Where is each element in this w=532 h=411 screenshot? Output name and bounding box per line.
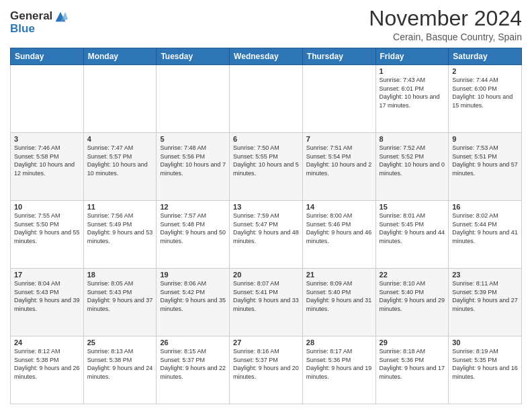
day-cell: 14Sunrise: 8:00 AM Sunset: 5:46 PM Dayli… (302, 201, 375, 269)
day-number: 25 (87, 338, 153, 347)
day-cell: 25Sunrise: 8:13 AM Sunset: 5:38 PM Dayli… (83, 336, 157, 404)
logo-blue: Blue (10, 22, 68, 36)
title-section: November 2024 Cerain, Basque Country, Sp… (369, 7, 522, 42)
day-cell: 7Sunrise: 7:51 AM Sunset: 5:54 PM Daylig… (302, 133, 375, 201)
week-row-1: 1Sunrise: 7:43 AM Sunset: 6:01 PM Daylig… (11, 65, 522, 133)
week-row-5: 24Sunrise: 8:12 AM Sunset: 5:38 PM Dayli… (11, 336, 522, 404)
day-header-sunday: Sunday (11, 48, 84, 65)
day-number: 7 (306, 135, 372, 143)
day-number: 26 (160, 338, 226, 347)
day-info: Sunrise: 8:12 AM Sunset: 5:38 PM Dayligh… (14, 347, 80, 381)
day-cell: 13Sunrise: 7:59 AM Sunset: 5:47 PM Dayli… (230, 201, 303, 269)
page: General Blue November 2024 Cerain, Basqu… (0, 0, 532, 411)
day-number: 3 (14, 135, 80, 143)
day-info: Sunrise: 8:04 AM Sunset: 5:43 PM Dayligh… (14, 279, 80, 313)
day-info: Sunrise: 7:51 AM Sunset: 5:54 PM Dayligh… (306, 144, 372, 177)
day-cell: 27Sunrise: 8:16 AM Sunset: 5:37 PM Dayli… (230, 336, 303, 404)
day-info: Sunrise: 8:02 AM Sunset: 5:44 PM Dayligh… (452, 212, 518, 245)
day-number: 8 (380, 135, 445, 143)
day-number: 12 (160, 203, 226, 211)
week-row-2: 3Sunrise: 7:46 AM Sunset: 5:58 PM Daylig… (11, 133, 522, 201)
day-info: Sunrise: 8:18 AM Sunset: 5:36 PM Dayligh… (380, 347, 445, 381)
week-row-4: 17Sunrise: 8:04 AM Sunset: 5:43 PM Dayli… (11, 269, 522, 336)
logo-text: General Blue (10, 9, 68, 36)
day-number: 6 (233, 135, 299, 143)
day-info: Sunrise: 7:53 AM Sunset: 5:51 PM Dayligh… (452, 144, 518, 177)
day-cell: 8Sunrise: 7:52 AM Sunset: 5:52 PM Daylig… (375, 133, 449, 201)
day-info: Sunrise: 8:15 AM Sunset: 5:37 PM Dayligh… (160, 347, 226, 381)
day-cell: 3Sunrise: 7:46 AM Sunset: 5:58 PM Daylig… (11, 133, 84, 201)
day-header-wednesday: Wednesday (230, 48, 303, 65)
day-number: 10 (14, 203, 80, 211)
day-number: 16 (452, 203, 518, 211)
day-cell: 29Sunrise: 8:18 AM Sunset: 5:36 PM Dayli… (375, 336, 449, 404)
day-info: Sunrise: 8:13 AM Sunset: 5:38 PM Dayligh… (87, 347, 153, 381)
day-cell: 1Sunrise: 7:43 AM Sunset: 6:01 PM Daylig… (375, 65, 449, 133)
day-number: 22 (380, 271, 445, 279)
day-cell (302, 65, 375, 133)
day-cell: 17Sunrise: 8:04 AM Sunset: 5:43 PM Dayli… (11, 269, 84, 336)
day-info: Sunrise: 7:43 AM Sunset: 6:01 PM Dayligh… (380, 76, 445, 109)
day-number: 9 (452, 135, 518, 143)
day-info: Sunrise: 8:05 AM Sunset: 5:43 PM Dayligh… (87, 279, 153, 313)
month-title: November 2024 (369, 7, 522, 30)
day-number: 29 (380, 338, 445, 347)
day-info: Sunrise: 8:06 AM Sunset: 5:42 PM Dayligh… (160, 279, 226, 313)
day-info: Sunrise: 7:47 AM Sunset: 5:57 PM Dayligh… (87, 144, 153, 177)
day-number: 24 (14, 338, 80, 347)
day-number: 5 (160, 135, 226, 143)
day-info: Sunrise: 7:59 AM Sunset: 5:47 PM Dayligh… (233, 212, 299, 245)
week-row-3: 10Sunrise: 7:55 AM Sunset: 5:50 PM Dayli… (11, 201, 522, 269)
day-number: 4 (87, 135, 153, 143)
day-cell: 22Sunrise: 8:10 AM Sunset: 5:40 PM Dayli… (375, 269, 449, 336)
header: General Blue November 2024 Cerain, Basqu… (10, 7, 522, 42)
day-cell: 11Sunrise: 7:56 AM Sunset: 5:49 PM Dayli… (83, 201, 157, 269)
day-number: 27 (233, 338, 299, 347)
day-header-thursday: Thursday (302, 48, 375, 65)
day-cell: 24Sunrise: 8:12 AM Sunset: 5:38 PM Dayli… (11, 336, 84, 404)
day-info: Sunrise: 8:09 AM Sunset: 5:40 PM Dayligh… (306, 279, 372, 313)
day-number: 30 (452, 338, 518, 347)
day-info: Sunrise: 8:10 AM Sunset: 5:40 PM Dayligh… (380, 279, 445, 313)
day-cell: 21Sunrise: 8:09 AM Sunset: 5:40 PM Dayli… (302, 269, 375, 336)
day-number: 21 (306, 271, 372, 279)
day-cell: 19Sunrise: 8:06 AM Sunset: 5:42 PM Dayli… (157, 269, 230, 336)
day-number: 2 (452, 67, 518, 75)
day-number: 17 (14, 271, 80, 279)
day-info: Sunrise: 8:16 AM Sunset: 5:37 PM Dayligh… (233, 347, 299, 381)
day-header-saturday: Saturday (449, 48, 522, 65)
day-cell: 15Sunrise: 8:01 AM Sunset: 5:45 PM Dayli… (375, 201, 449, 269)
day-cell: 9Sunrise: 7:53 AM Sunset: 5:51 PM Daylig… (449, 133, 522, 201)
day-cell (230, 65, 303, 133)
day-cell: 12Sunrise: 7:57 AM Sunset: 5:48 PM Dayli… (157, 201, 230, 269)
day-info: Sunrise: 8:01 AM Sunset: 5:45 PM Dayligh… (380, 212, 445, 245)
day-info: Sunrise: 8:11 AM Sunset: 5:39 PM Dayligh… (452, 279, 518, 313)
day-info: Sunrise: 7:50 AM Sunset: 5:55 PM Dayligh… (233, 144, 299, 177)
day-header-monday: Monday (83, 48, 157, 65)
day-info: Sunrise: 7:46 AM Sunset: 5:58 PM Dayligh… (14, 144, 80, 177)
day-number: 1 (380, 67, 445, 75)
day-cell: 20Sunrise: 8:07 AM Sunset: 5:41 PM Dayli… (230, 269, 303, 336)
day-info: Sunrise: 7:55 AM Sunset: 5:50 PM Dayligh… (14, 212, 80, 245)
day-number: 20 (233, 271, 299, 279)
day-number: 23 (452, 271, 518, 279)
day-info: Sunrise: 8:00 AM Sunset: 5:46 PM Dayligh… (306, 212, 372, 245)
day-cell: 2Sunrise: 7:44 AM Sunset: 6:00 PM Daylig… (449, 65, 522, 133)
day-cell (157, 65, 230, 133)
day-info: Sunrise: 8:07 AM Sunset: 5:41 PM Dayligh… (233, 279, 299, 313)
day-number: 18 (87, 271, 153, 279)
logo: General Blue (10, 9, 68, 36)
day-info: Sunrise: 7:52 AM Sunset: 5:52 PM Dayligh… (380, 144, 445, 177)
header-row: SundayMondayTuesdayWednesdayThursdayFrid… (11, 48, 522, 65)
day-cell: 6Sunrise: 7:50 AM Sunset: 5:55 PM Daylig… (230, 133, 303, 201)
day-number: 15 (380, 203, 445, 211)
day-header-tuesday: Tuesday (157, 48, 230, 65)
day-cell: 5Sunrise: 7:48 AM Sunset: 5:56 PM Daylig… (157, 133, 230, 201)
day-cell: 16Sunrise: 8:02 AM Sunset: 5:44 PM Dayli… (449, 201, 522, 269)
location: Cerain, Basque Country, Spain (369, 32, 522, 42)
day-cell: 26Sunrise: 8:15 AM Sunset: 5:37 PM Dayli… (157, 336, 230, 404)
day-number: 13 (233, 203, 299, 211)
day-cell: 4Sunrise: 7:47 AM Sunset: 5:57 PM Daylig… (83, 133, 157, 201)
day-cell: 23Sunrise: 8:11 AM Sunset: 5:39 PM Dayli… (449, 269, 522, 336)
day-info: Sunrise: 8:19 AM Sunset: 5:35 PM Dayligh… (452, 347, 518, 381)
